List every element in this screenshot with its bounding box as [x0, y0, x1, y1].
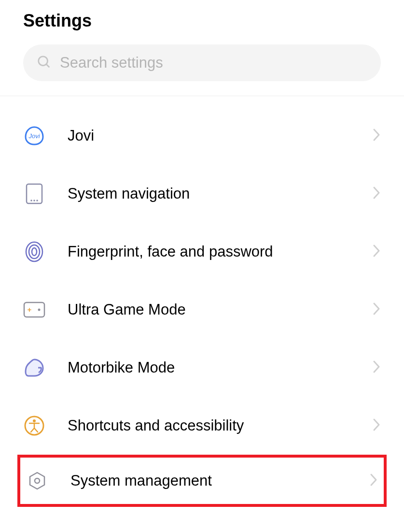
jovi-icon: Jovi [23, 125, 45, 147]
game-icon: + [23, 299, 45, 321]
svg-point-5 [33, 200, 35, 201]
system-navigation-icon [23, 183, 45, 205]
svg-line-1 [46, 64, 49, 67]
settings-item-label: Motorbike Mode [68, 359, 372, 376]
chevron-right-icon [372, 302, 381, 318]
settings-item-label: System management [70, 472, 369, 489]
chevron-right-icon [372, 128, 381, 144]
settings-item-label: Ultra Game Mode [68, 301, 372, 318]
accessibility-icon [23, 415, 45, 437]
svg-point-12 [38, 309, 41, 311]
chevron-right-icon [369, 473, 378, 489]
settings-item-label: Fingerprint, face and password [68, 243, 372, 260]
svg-point-9 [32, 248, 37, 256]
svg-text:+: + [28, 305, 32, 314]
svg-marker-15 [30, 473, 44, 489]
svg-point-0 [39, 57, 48, 66]
chevron-right-icon [372, 359, 381, 376]
settings-item-fingerprint[interactable]: Fingerprint, face and password [0, 223, 404, 281]
search-wrap [0, 44, 404, 96]
svg-text:Jovi: Jovi [28, 132, 40, 140]
settings-item-label: Shortcuts and accessibility [68, 417, 372, 434]
svg-point-14 [33, 419, 36, 422]
settings-item-accessibility[interactable]: Shortcuts and accessibility [0, 397, 404, 455]
chevron-right-icon [372, 186, 381, 202]
search-input[interactable] [60, 54, 367, 72]
settings-list: Jovi Jovi System navigation [0, 96, 404, 507]
svg-point-4 [30, 200, 32, 201]
motorbike-icon [23, 357, 45, 379]
chevron-right-icon [372, 244, 381, 260]
chevron-right-icon [372, 417, 381, 434]
settings-item-label: Jovi [68, 127, 372, 144]
settings-item-system-management[interactable]: System management [17, 455, 387, 507]
fingerprint-icon [23, 241, 45, 263]
header: Settings [0, 0, 404, 44]
svg-point-16 [35, 478, 40, 483]
system-management-icon [26, 470, 48, 492]
settings-item-motorbike-mode[interactable]: Motorbike Mode [0, 339, 404, 397]
page-title: Settings [23, 11, 381, 31]
search-icon [37, 55, 51, 71]
search-box[interactable] [23, 44, 381, 81]
svg-point-8 [29, 245, 40, 259]
settings-item-ultra-game-mode[interactable]: + Ultra Game Mode [0, 281, 404, 339]
settings-item-system-navigation[interactable]: System navigation [0, 165, 404, 223]
svg-point-6 [36, 200, 38, 201]
settings-item-label: System navigation [68, 185, 372, 202]
settings-item-jovi[interactable]: Jovi Jovi [0, 107, 404, 165]
